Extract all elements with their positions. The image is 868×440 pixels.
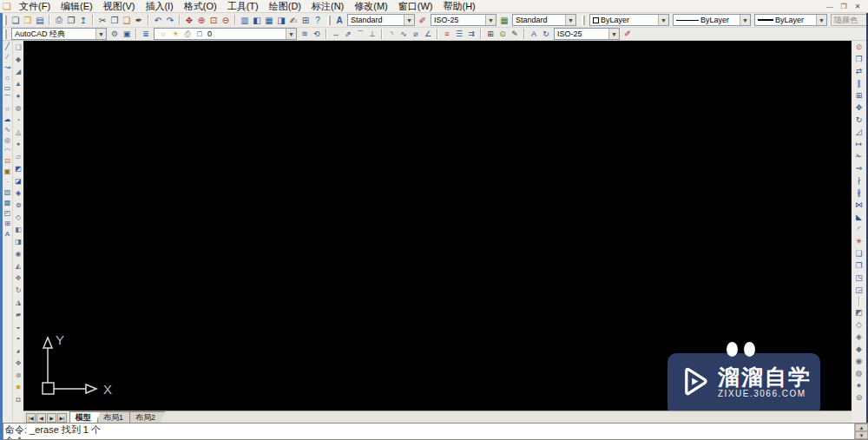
menu-item[interactable]: 标注(N): [306, 0, 349, 13]
ellipse-arc-icon[interactable]: ◠: [3, 145, 13, 155]
chamfer-icon[interactable]: ◣: [853, 211, 865, 223]
chevron-down-icon[interactable]: ▼: [404, 15, 414, 25]
ellipse-icon[interactable]: ◎: [3, 135, 13, 145]
diameter-dimension-icon[interactable]: ⌀: [410, 29, 422, 40]
previous-tab-icon[interactable]: ◀: [36, 413, 46, 423]
angular-dimension-icon[interactable]: ∠: [422, 29, 434, 40]
text-style-icon[interactable]: A: [333, 14, 345, 26]
hide-icon[interactable]: ◩: [853, 306, 865, 319]
designcenter-icon[interactable]: ◧: [251, 14, 263, 26]
menu-item[interactable]: 编辑(E): [56, 0, 98, 13]
save-icon[interactable]: ▤: [34, 14, 46, 26]
plot-icon[interactable]: ⎙: [53, 14, 65, 26]
quick-dimension-icon[interactable]: ≡: [441, 29, 453, 40]
tolerance-icon[interactable]: ⊞: [484, 29, 496, 40]
publish-icon[interactable]: ↥: [77, 14, 89, 26]
layer-combo[interactable]: ☼☀⎙□ 0 ▼: [154, 28, 297, 40]
line-icon[interactable]: ╱: [3, 41, 13, 51]
gradient-icon[interactable]: ▩: [3, 197, 13, 207]
circle-icon[interactable]: ○: [3, 103, 13, 114]
chevron-down-icon[interactable]: ▼: [658, 15, 668, 25]
explode-icon[interactable]: ✳: [853, 235, 865, 247]
restore-window-icon[interactable]: ❐: [838, 2, 849, 11]
polyline-icon[interactable]: ↝: [3, 62, 13, 72]
tab-layout2[interactable]: 布局2: [129, 411, 165, 423]
join-icon[interactable]: ⋈: [853, 199, 865, 211]
move-icon[interactable]: ✥: [853, 102, 865, 114]
stretch-icon[interactable]: ↦: [853, 138, 865, 150]
dimension-update-icon[interactable]: ↻: [540, 29, 552, 40]
sweep-icon[interactable]: ◈: [13, 187, 23, 199]
next-tab-icon[interactable]: ▶: [47, 413, 56, 423]
command-scrollbar[interactable]: ▲▼: [854, 424, 867, 439]
layer-plot-icon[interactable]: ⎙: [181, 29, 194, 40]
send-under-objects-icon[interactable]: ◲: [853, 284, 865, 296]
x-ray-visual-style-icon[interactable]: ⊚: [853, 391, 865, 404]
dim-style-icon[interactable]: ✐: [417, 14, 429, 26]
color-control-combo[interactable]: ByLayer ▼: [589, 14, 669, 26]
free-orbit-icon[interactable]: ◓: [13, 332, 23, 345]
offset-icon[interactable]: ∥: [853, 77, 865, 89]
union-icon[interactable]: ◧: [13, 223, 23, 235]
2d-wireframe-icon[interactable]: ◇: [853, 319, 865, 331]
tool-palettes-icon[interactable]: ▦: [263, 14, 275, 26]
cut-icon[interactable]: ✂: [96, 14, 108, 26]
cylinder-icon[interactable]: ◍: [13, 102, 23, 114]
zoom-window-icon[interactable]: ⊡: [207, 14, 220, 26]
table-style-combo[interactable]: Standard ▼: [512, 14, 576, 26]
spline-icon[interactable]: ∿: [3, 124, 13, 135]
save-workspace-icon[interactable]: ▣: [121, 29, 133, 40]
3d-align-icon[interactable]: ◮: [13, 296, 23, 308]
menu-item[interactable]: 帮助(H): [438, 0, 481, 13]
hidden-visual-style-icon[interactable]: ◆: [853, 343, 865, 355]
send-to-back-icon[interactable]: ❐: [853, 259, 865, 272]
paste-icon[interactable]: ❑: [121, 14, 133, 26]
workspace-combo[interactable]: AutoCAD 经典 ▼: [11, 28, 107, 40]
conceptual-visual-style-icon[interactable]: ◍: [853, 367, 865, 379]
menu-item[interactable]: 窗口(W): [393, 0, 438, 13]
ordinate-dimension-icon[interactable]: ⊥: [366, 29, 378, 40]
rectangle-icon[interactable]: ▭: [3, 82, 13, 93]
toolbar-grip[interactable]: [582, 16, 585, 25]
slice-icon[interactable]: ◭: [13, 259, 23, 272]
loft-icon[interactable]: ◇: [13, 211, 23, 223]
drawing-canvas[interactable]: Y X 溜溜自学 zixue.3066.com: [23, 41, 852, 410]
realistic-visual-style-icon[interactable]: ◉: [853, 355, 865, 367]
chevron-down-icon[interactable]: ▼: [608, 29, 619, 39]
table-style-icon[interactable]: ▦: [498, 14, 510, 26]
rotate-icon[interactable]: ↻: [853, 114, 865, 126]
dim-style-combo[interactable]: ISO-25 ▼: [431, 14, 496, 26]
visual-styles-icon[interactable]: ❖: [13, 357, 23, 369]
close-window-icon[interactable]: ✕: [852, 2, 863, 11]
menu-item[interactable]: 格式(O): [179, 0, 222, 13]
command-history[interactable]: 命令: _erase 找到 1 个 命令:: [5, 424, 853, 439]
scroll-down-icon[interactable]: ▼: [855, 431, 868, 439]
chevron-down-icon[interactable]: ▼: [565, 15, 575, 25]
3d-wireframe-icon[interactable]: ◈: [853, 331, 865, 343]
bring-to-front-icon[interactable]: ❏: [853, 247, 865, 259]
break-at-point-icon[interactable]: ∤: [853, 174, 865, 187]
zoom-previous-icon[interactable]: ⊖: [220, 14, 232, 26]
lineweight-control-combo[interactable]: ByLayer ▼: [754, 14, 827, 26]
toolbar-grip[interactable]: [3, 30, 7, 39]
linear-dimension-icon[interactable]: ↔: [330, 29, 342, 40]
helix-icon[interactable]: ✦: [13, 138, 23, 150]
workspace-settings-icon[interactable]: ⚙: [108, 29, 121, 40]
menu-item[interactable]: 文件(F): [14, 0, 56, 13]
cone-icon[interactable]: ▲: [13, 77, 23, 89]
tab-layout1[interactable]: 布局1: [97, 411, 133, 423]
dimension-style-icon[interactable]: ✐: [621, 29, 634, 40]
construction-line-icon[interactable]: ∕: [3, 51, 13, 62]
fillet-icon[interactable]: ◜: [853, 223, 865, 235]
chevron-down-icon[interactable]: ▼: [95, 29, 106, 39]
3d-rotate-icon[interactable]: ↻: [13, 284, 23, 296]
3d-array-icon[interactable]: ▰: [13, 308, 23, 320]
orbit-icon[interactable]: ◒: [13, 320, 23, 332]
markup-set-manager-icon[interactable]: ✍: [287, 14, 299, 26]
match-properties-icon[interactable]: ✒: [133, 14, 145, 26]
baseline-dimension-icon[interactable]: ☰: [453, 29, 465, 40]
polysolid-icon[interactable]: ❑: [13, 41, 23, 53]
box-icon[interactable]: ◆: [13, 53, 23, 65]
copy-icon[interactable]: ❐: [108, 14, 121, 26]
qnew-icon[interactable]: ❏: [10, 14, 22, 26]
